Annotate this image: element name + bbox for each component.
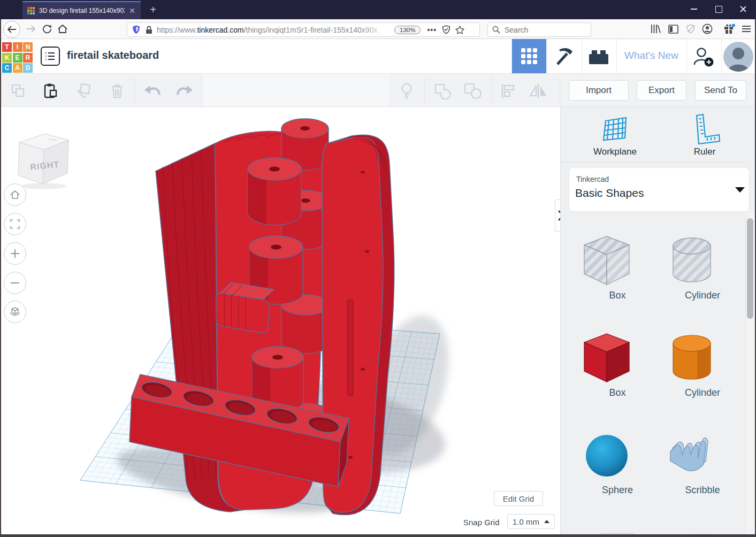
viewport-3d[interactable]: RIGHT TOP Edit Grid Snap Grid 1.0 mm [0, 107, 560, 537]
shape-box-hole[interactable]: Box [580, 233, 655, 301]
collection-name: Basic Shapes [575, 187, 644, 200]
copy-button[interactable] [9, 81, 28, 101]
new-tab-button[interactable]: + [146, 2, 161, 17]
fit-view-button[interactable] [4, 213, 26, 235]
title-bar: 3D design firetail 155x140x90X1 ✕ + [0, 0, 756, 19]
disabled-shield-icon[interactable] [685, 23, 697, 35]
snap-grid-label: Snap Grid [463, 518, 500, 527]
whats-new-gift-icon[interactable] [723, 23, 735, 35]
tab-favicon-icon [27, 7, 35, 14]
page-actions-icon[interactable]: ••• [427, 26, 437, 34]
back-button[interactable] [3, 21, 20, 38]
url-text: https://www.tinkercad.com/things/inqiqt1… [157, 26, 391, 34]
dashboard-grid-button[interactable] [512, 39, 546, 73]
zoom-level-badge[interactable]: 130% [394, 26, 421, 34]
workplane-tool[interactable] [600, 114, 630, 144]
lego-brick-icon[interactable] [587, 45, 610, 68]
window-border [0, 19, 1, 537]
design-title[interactable]: firetail skateboard [67, 49, 159, 62]
browser-window: 3D design firetail 155x140x90X1 ✕ + http… [0, 0, 756, 537]
padlock-icon [146, 26, 152, 34]
close-button[interactable] [731, 0, 755, 18]
send-to-button[interactable]: Send To [695, 80, 746, 101]
bookmark-star-icon[interactable] [455, 26, 464, 34]
design-properties-button[interactable] [41, 47, 60, 66]
model-small-box[interactable] [216, 282, 274, 333]
align-button[interactable] [499, 81, 518, 101]
ruler-label: Ruler [686, 147, 723, 157]
search-placeholder: Search [505, 26, 528, 34]
add-collaborator-icon[interactable] [692, 45, 715, 68]
edit-grid-button[interactable]: Edit Grid [494, 491, 543, 506]
minimize-button[interactable] [682, 0, 706, 18]
tracking-protection-shield-icon[interactable] [132, 25, 140, 34]
search-bar[interactable]: Search [487, 22, 591, 37]
duplicate-button[interactable] [75, 81, 94, 101]
collection-brand: Tinkercad [576, 175, 609, 183]
import-button[interactable]: Import [569, 80, 629, 101]
forward-button[interactable] [25, 23, 37, 35]
window-border [0, 534, 756, 537]
shapes-panel: Workplane Ruler Tinkercad Basic Shapes [560, 107, 756, 537]
workplane-label: Workplane [584, 147, 646, 157]
undo-button[interactable] [142, 81, 162, 101]
whats-new-link[interactable]: What's New [621, 50, 682, 62]
shape-cylinder-solid[interactable]: Cylinder [665, 331, 740, 398]
snap-grid-value: 1.0 mm [513, 517, 539, 526]
shape-collection-selector[interactable]: Tinkercad Basic Shapes [569, 167, 750, 212]
home-button[interactable] [57, 23, 68, 35]
grid-icon [521, 48, 537, 64]
shape-scribble[interactable]: Scribble [665, 428, 740, 496]
tinkercad-logo[interactable]: TINKERCAD [2, 42, 33, 73]
paste-button[interactable] [41, 81, 60, 101]
search-icon [492, 26, 500, 34]
library-icon[interactable] [650, 23, 661, 35]
avatar[interactable] [723, 42, 753, 72]
zoom-in-button[interactable] [4, 242, 26, 265]
shape-box-solid[interactable]: Box [580, 331, 655, 398]
browser-tab[interactable]: 3D design firetail 155x140x90X1 ✕ [22, 1, 141, 19]
protections-badge-icon[interactable] [442, 25, 450, 34]
tab-title: 3D design firetail 155x140x90X1 [39, 7, 125, 14]
shape-sphere[interactable]: Sphere [580, 428, 655, 496]
account-icon[interactable] [701, 23, 713, 35]
ungroup-button[interactable] [463, 81, 483, 101]
group-button[interactable] [433, 81, 452, 101]
shape-cylinder-hole[interactable]: Cylinder [665, 233, 740, 301]
model-cylinders-left[interactable] [248, 158, 303, 412]
caret-up-icon [544, 520, 549, 523]
sidebar-toggle-icon[interactable] [667, 23, 679, 35]
minecraft-pickaxe-icon[interactable] [552, 45, 575, 68]
model-scene [0, 107, 560, 537]
snap-grid-dropdown[interactable]: 1.0 mm [507, 514, 555, 529]
perspective-toggle-button[interactable] [4, 301, 26, 323]
view-cube[interactable]: RIGHT TOP [15, 127, 74, 190]
url-bar[interactable]: https://www.tinkercad.com/things/inqiqt1… [127, 22, 480, 37]
caret-down-icon [735, 187, 745, 193]
flip-mirror-button[interactable] [529, 81, 548, 101]
show-all-button[interactable] [397, 81, 416, 101]
menu-hamburger-icon[interactable] [740, 23, 752, 35]
delete-button[interactable] [108, 81, 127, 101]
maximize-button[interactable] [706, 0, 731, 18]
ruler-tool[interactable] [692, 113, 720, 144]
zoom-out-button[interactable] [4, 272, 26, 294]
panel-scrollbar-thumb[interactable] [747, 218, 753, 319]
tab-close-icon[interactable]: ✕ [127, 6, 138, 15]
redo-button[interactable] [175, 81, 195, 101]
export-button[interactable]: Export [637, 80, 686, 101]
home-view-button[interactable] [4, 183, 26, 206]
reload-button[interactable] [41, 23, 53, 35]
